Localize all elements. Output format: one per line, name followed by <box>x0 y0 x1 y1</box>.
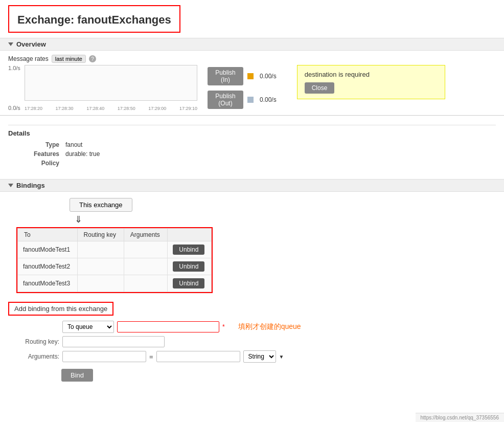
type-value: fanout <box>65 141 82 148</box>
col-routing-key: Routing key <box>77 229 124 241</box>
overview-label: Overview <box>16 40 46 48</box>
equals-sign: = <box>149 353 153 361</box>
row1-to: fanoutModeTest1 <box>18 241 78 258</box>
row1-arguments <box>124 241 168 258</box>
bind-button-row: Bind <box>8 366 496 382</box>
page-container: Exchange: fanoutExchanges Overview Messa… <box>0 0 504 422</box>
publish-in-color-box <box>247 73 254 79</box>
warning-box: destination is required Close <box>297 65 445 99</box>
bindings-triangle-icon <box>8 184 13 187</box>
table-row: fanoutModeTest3 Unbind <box>18 275 212 292</box>
warning-text: destination is required <box>305 71 438 78</box>
routing-key-input[interactable] <box>62 336 165 347</box>
y-label-low: 0.0/s <box>8 105 22 111</box>
publish-in-rate: 0.00/s <box>260 73 277 80</box>
triangle-down-icon <box>8 42 13 46</box>
bindings-toggle[interactable]: Bindings <box>0 179 504 192</box>
hint-text: 填刚才创建的queue <box>238 322 301 331</box>
question-mark-icon[interactable]: ? <box>89 55 96 62</box>
x-label-2: 17:28:30 <box>56 106 74 111</box>
bindings-table-wrapper: To Routing key Arguments fanoutModeTest1… <box>16 227 213 293</box>
bindings-table: To Routing key Arguments fanoutModeTest1… <box>17 228 212 292</box>
col-arguments: Arguments <box>124 229 168 241</box>
row2-to: fanoutModeTest2 <box>18 258 78 275</box>
chart-wrapper: 1.0/s 0.0/s 17:28:20 17:28:30 17:28:40 1… <box>8 65 197 111</box>
x-label-1: 17:28:20 <box>25 106 42 111</box>
routing-key-row: Routing key: <box>8 336 496 347</box>
chart-canvas <box>25 65 197 101</box>
unbind-button-2[interactable]: Unbind <box>173 261 204 272</box>
arguments-label: Arguments: <box>8 353 59 360</box>
bottom-url: https://blog.csdn.net/qq_37356556 <box>421 415 499 420</box>
policy-row: Policy <box>24 160 496 167</box>
row2-routing-key <box>77 258 124 275</box>
bindings-content: This exchange ⇓ To Routing key Arguments… <box>0 192 504 393</box>
exchange-title: Exchange: fanoutExchanges <box>8 5 180 33</box>
row1-routing-key <box>77 241 124 258</box>
close-button[interactable]: Close <box>305 82 335 94</box>
bindings-label: Bindings <box>16 182 45 189</box>
arguments-key-input[interactable] <box>62 351 146 362</box>
details-title: Details <box>8 125 496 137</box>
required-star: * <box>222 323 225 330</box>
queue-name-input[interactable] <box>117 321 219 332</box>
overview-toggle[interactable]: Overview <box>0 38 504 51</box>
publish-in-row: Publish(In) 0.00/s <box>208 67 277 85</box>
bind-button[interactable]: Bind <box>61 369 93 382</box>
details-table: Type fanout Features durable: true Polic… <box>24 141 496 167</box>
col-action <box>168 229 212 241</box>
type-label: Type <box>24 141 59 148</box>
this-exchange-button[interactable]: This exchange <box>70 198 132 212</box>
x-label-5: 17:29:00 <box>148 106 166 111</box>
chart-y-labels: 1.0/s 0.0/s <box>8 65 25 111</box>
publish-out-row: Publish(Out) 0.00/s <box>208 91 277 109</box>
row3-unbind-cell: Unbind <box>168 275 212 292</box>
row2-arguments <box>124 258 168 275</box>
table-row: fanoutModeTest2 Unbind <box>18 258 212 275</box>
row3-to: fanoutModeTest3 <box>18 275 78 292</box>
add-binding-section: Add binding from this exchange To queue … <box>8 302 496 387</box>
arguments-row: Arguments: = String ▼ <box>8 350 496 363</box>
message-rates-row: Message rates last minute ? <box>0 51 504 65</box>
row1-unbind-cell: Unbind <box>168 241 212 258</box>
policy-label: Policy <box>24 160 59 167</box>
bottom-bar: https://blog.csdn.net/qq_37356556 <box>416 413 504 422</box>
add-binding-label: Add binding from this exchange <box>8 302 113 316</box>
publish-in-button[interactable]: Publish(In) <box>208 67 243 85</box>
row3-routing-key <box>77 275 124 292</box>
y-label-high: 1.0/s <box>8 65 22 71</box>
publish-out-rate: 0.00/s <box>260 96 277 103</box>
table-row: fanoutModeTest1 Unbind <box>18 241 212 258</box>
x-label-6: 17:29:10 <box>179 106 197 111</box>
type-row: Type fanout <box>24 141 496 148</box>
to-queue-select[interactable]: To queue To exchange <box>62 321 114 333</box>
arguments-value-input[interactable] <box>156 351 240 362</box>
to-queue-row: To queue To exchange * 填刚才创建的queue <box>8 321 496 333</box>
features-row: Features durable: true <box>24 150 496 158</box>
publish-out-button[interactable]: Publish(Out) <box>208 91 243 109</box>
last-minute-button[interactable]: last minute <box>52 55 86 63</box>
row2-unbind-cell: Unbind <box>168 258 212 275</box>
bindings-table-header-row: To Routing key Arguments <box>18 229 212 241</box>
down-arrows-icon: ⇓ <box>75 214 496 225</box>
details-section: Details Type fanout Features durable: tr… <box>0 120 504 174</box>
features-value: durable: true <box>65 150 100 158</box>
x-label-4: 17:28:50 <box>118 106 135 111</box>
routing-key-label: Routing key: <box>8 338 59 345</box>
x-label-3: 17:28:40 <box>86 106 104 111</box>
unbind-button-1[interactable]: Unbind <box>173 245 204 255</box>
message-rates-label: Message rates <box>8 55 49 62</box>
features-label: Features <box>24 150 59 158</box>
arguments-type-select[interactable]: String <box>243 350 276 363</box>
dropdown-arrow-icon: ▼ <box>279 354 284 360</box>
row3-arguments <box>124 275 168 292</box>
chart-main-area: 1.0/s 0.0/s 17:28:20 17:28:30 17:28:40 1… <box>0 65 504 115</box>
publish-out-color-box <box>247 97 254 103</box>
publish-stats: Publish(In) 0.00/s Publish(Out) 0.00/s <box>208 65 277 109</box>
unbind-button-3[interactable]: Unbind <box>173 278 204 288</box>
col-to: To <box>18 229 78 241</box>
chart-x-labels: 17:28:20 17:28:30 17:28:40 17:28:50 17:2… <box>25 106 197 111</box>
